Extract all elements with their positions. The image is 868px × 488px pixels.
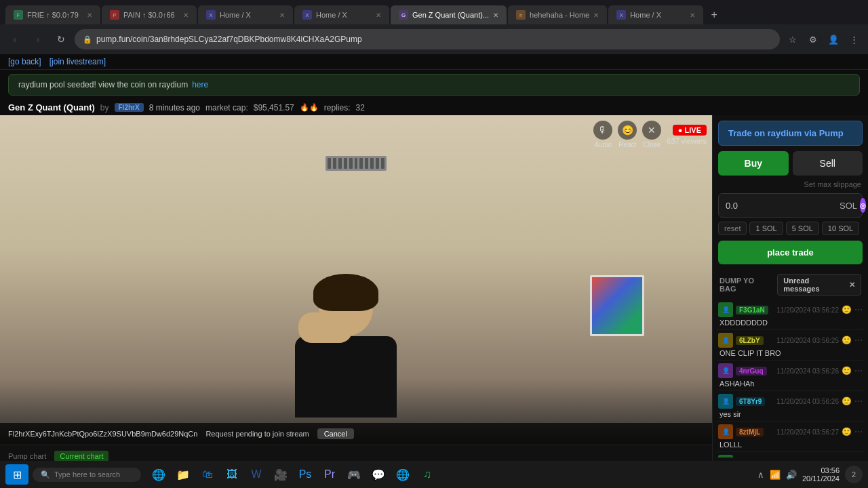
unread-close-icon[interactable]: ✕ — [849, 281, 855, 289]
taskbar-app-files[interactable]: 📁 — [172, 464, 194, 485]
chat-emoji-icon-5[interactable]: 🙂 — [842, 427, 852, 436]
go-back-link[interactable]: [go back] — [8, 57, 41, 66]
chat-username-2[interactable]: 6LZbY — [736, 336, 764, 345]
tab-favicon-pain: P — [110, 10, 119, 20]
tab-close-hehe[interactable]: ✕ — [593, 12, 599, 19]
chat-more-icon-5[interactable]: ⋯ — [854, 427, 863, 436]
request-pending-text: Request pending to join stream — [205, 430, 309, 438]
person-hand — [298, 312, 353, 343]
cancel-button[interactable]: Cancel — [317, 428, 354, 439]
tab-home1[interactable]: X Home / X ✕ — [198, 5, 293, 24]
chat-more-icon-1[interactable]: ⋯ — [854, 305, 863, 314]
chat-header-label: DUMP YO BAG — [719, 277, 772, 293]
chat-avatar-3: 👤 — [718, 363, 733, 378]
chat-more-icon-4[interactable]: ⋯ — [854, 396, 863, 406]
network-icon[interactable]: 📶 — [770, 470, 781, 480]
market-cap-label: market cap: — [205, 103, 248, 113]
chat-message-3: 👤 4nrGuq 11/20/2024 03:56:26 🙂 ⋯ — [717, 361, 864, 391]
tab-gen[interactable]: G Gen Z Quant (Quant)... ✕ — [391, 5, 507, 24]
taskbar-app-word[interactable]: W — [245, 464, 267, 485]
unread-banner: Unread messages ✕ — [777, 274, 861, 296]
raydium-trade-header: Trade on raydium via Pump — [718, 121, 863, 146]
slippage-text: Set max slippage — [804, 180, 861, 188]
tab-pain[interactable]: P PAIN ↑ $0.0↑66 ✕ — [102, 5, 197, 24]
taskbar-app-ps[interactable]: Ps — [294, 464, 316, 485]
taskbar-app-prem[interactable]: Pr — [319, 464, 340, 485]
left-panel: 🎙 Audio 😊 React ✕ Close ● LIVE 637 viewe… — [0, 115, 712, 488]
taskbar-app-spotify[interactable]: ♫ — [416, 464, 438, 485]
extension-icon[interactable]: ⚙ — [804, 30, 822, 48]
taskbar-app-steam[interactable]: 🎮 — [343, 464, 365, 485]
tab-close-pain[interactable]: ✕ — [183, 12, 189, 19]
clock-time: 03:56 — [802, 466, 840, 474]
audio-icon: 🎙 — [593, 121, 612, 140]
taskbar-app-store[interactable]: 🛍 — [197, 464, 218, 485]
tab-home2[interactable]: X Home / X ✕ — [294, 5, 389, 24]
sell-button[interactable]: Sell — [793, 151, 863, 176]
chat-emoji-icon-3[interactable]: 🙂 — [842, 366, 852, 375]
chat-emoji-icon-1[interactable]: 🙂 — [842, 305, 852, 314]
new-tab-button[interactable]: + — [705, 5, 724, 24]
audio-button[interactable]: 🎙 Audio — [593, 121, 612, 148]
notification-button[interactable]: 2 — [845, 466, 863, 483]
start-button[interactable]: ⊞ — [5, 464, 28, 485]
taskbar-app-chrome[interactable]: 🌐 — [392, 464, 414, 485]
sol-input[interactable] — [726, 201, 840, 211]
tab-home3[interactable]: X Home / X ✕ — [608, 5, 703, 24]
chat-username-5[interactable]: 8ztMjL — [736, 428, 764, 436]
react-button[interactable]: 😊 React — [618, 121, 637, 148]
taskbar-app-discord[interactable]: 💬 — [368, 464, 389, 485]
chat-actions-5: 🙂 ⋯ — [842, 427, 863, 436]
chat-message-2: 👤 6LZbY 11/20/2024 03:56:25 🙂 ⋯ — [717, 330, 864, 361]
chat-username-4[interactable]: 6T8Yr9 — [736, 397, 765, 406]
chat-emoji-icon-4[interactable]: 🙂 — [842, 396, 852, 406]
video-overlay-controls: 🎙 Audio 😊 React ✕ Close ● LIVE 637 viewe… — [593, 121, 707, 148]
taskbar-search[interactable]: 🔍 Type here to search — [33, 468, 141, 482]
place-trade-button[interactable]: place trade — [718, 241, 863, 264]
video-container: 🎙 Audio 😊 React ✕ Close ● LIVE 637 viewe… — [0, 115, 712, 445]
tab-close-gen[interactable]: ✕ — [493, 12, 498, 19]
preset-1sol-button[interactable]: 1 SOL — [749, 222, 783, 235]
chat-timestamp-3: 11/20/2024 03:56:26 — [776, 367, 839, 375]
nav-back-button[interactable]: ‹ — [5, 30, 24, 49]
chat-more-icon-3[interactable]: ⋯ — [854, 366, 863, 375]
live-badge: ● LIVE — [673, 125, 707, 136]
buy-button[interactable]: Buy — [718, 151, 789, 176]
tab-hehe[interactable]: h hehehaha - Home ✕ — [508, 5, 607, 24]
creator-badge[interactable]: Fl2hrX — [115, 103, 144, 112]
preset-10sol-button[interactable]: 10 SOL — [822, 222, 859, 235]
volume-icon[interactable]: 🔊 — [786, 470, 797, 480]
chat-emoji-icon-2[interactable]: 🙂 — [842, 336, 852, 345]
tab-close-home2[interactable]: ✕ — [376, 12, 381, 19]
coin-header: Gen Z Quant (Quant) by Fl2hrX 8 minutes … — [0, 100, 868, 115]
taskbar-app-photos[interactable]: 🖼 — [221, 464, 243, 485]
address-bar[interactable]: 🔒 pump.fun/coin/3an8rhdepSLCya22af7qDBKP… — [75, 29, 780, 49]
notification-count: 2 — [852, 470, 856, 479]
join-livestream-link[interactable]: [join livestream] — [50, 57, 106, 66]
wall-art — [590, 275, 644, 336]
chat-timestamp-2: 11/20/2024 03:56:25 — [776, 337, 839, 344]
chat-username-1[interactable]: F3G1aN — [736, 306, 768, 314]
tab-close-home3[interactable]: ✕ — [690, 12, 695, 19]
chat-avatar-6: 👤 — [718, 455, 733, 458]
tab-frie[interactable]: F FRIE ↑ $0.0↑79 ✕ — [5, 5, 100, 24]
tab-close-frie[interactable]: ✕ — [87, 12, 92, 19]
bookmark-icon[interactable]: ☆ — [784, 30, 802, 48]
preset-5sol-button[interactable]: 5 SOL — [786, 222, 819, 235]
raydium-here-link[interactable]: here — [192, 80, 208, 89]
systray-expand-icon[interactable]: ∧ — [757, 470, 764, 480]
menu-icon[interactable]: ⋮ — [845, 30, 863, 48]
chat-timestamp-5: 11/20/2024 03:56:27 — [776, 428, 839, 436]
nav-refresh-button[interactable]: ↻ — [52, 30, 71, 49]
chat-username-3[interactable]: 4nrGuq — [736, 367, 767, 375]
nav-forward-button[interactable]: › — [28, 30, 47, 49]
taskbar-app-edge[interactable]: 🌐 — [148, 464, 170, 485]
chat-more-icon-2[interactable]: ⋯ — [854, 336, 863, 345]
slippage-row: Set max slippage — [713, 180, 868, 189]
profile-icon[interactable]: 👤 — [825, 30, 842, 48]
reset-button[interactable]: reset — [718, 222, 747, 235]
tab-close-home1[interactable]: ✕ — [279, 12, 285, 19]
current-chart-badge[interactable]: Current chart — [54, 451, 108, 462]
close-button[interactable]: ✕ Close — [642, 121, 661, 148]
taskbar-app-obs[interactable]: 🎥 — [270, 464, 292, 485]
